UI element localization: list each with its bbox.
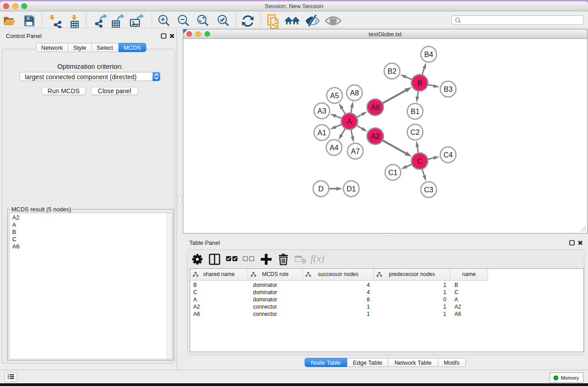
svg-text:B2: B2 — [387, 67, 397, 75]
svg-text:A6: A6 — [371, 104, 380, 111]
svg-text:A5: A5 — [330, 92, 339, 100]
svg-text:C3: C3 — [424, 186, 434, 194]
svg-text:C2: C2 — [411, 129, 420, 136]
svg-text:A7: A7 — [351, 148, 360, 155]
svg-text:A: A — [347, 118, 352, 125]
svg-text:A3: A3 — [317, 107, 326, 115]
svg-text:B4: B4 — [424, 51, 433, 58]
svg-text:A8: A8 — [350, 89, 359, 97]
svg-text:D1: D1 — [347, 185, 356, 193]
svg-text:B3: B3 — [444, 86, 453, 93]
svg-text:D: D — [318, 185, 324, 193]
svg-text:A1: A1 — [317, 129, 326, 137]
svg-text:C: C — [417, 157, 422, 165]
svg-text:C1: C1 — [388, 169, 398, 176]
svg-text:C4: C4 — [444, 151, 453, 159]
svg-text:A2: A2 — [371, 133, 380, 140]
svg-text:A4: A4 — [330, 144, 339, 152]
svg-text:B: B — [417, 79, 422, 87]
svg-text:B1: B1 — [411, 108, 420, 115]
